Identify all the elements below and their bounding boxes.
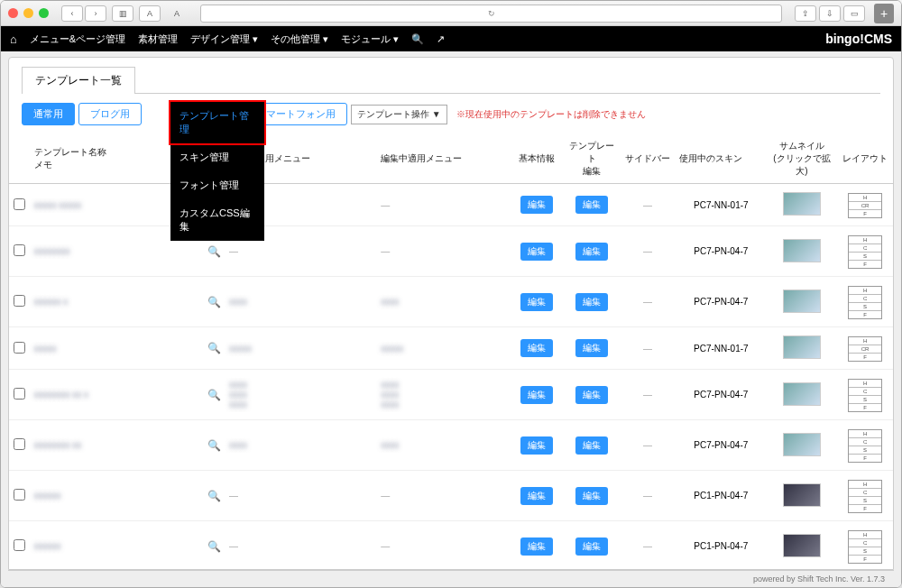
search-icon[interactable]: 🔍 [411,33,424,45]
menu-item-module[interactable]: モジュール ▾ [341,32,399,46]
tab-header: テンプレート一覧 [9,58,893,94]
zoom-icon[interactable] [39,8,49,18]
row-search-icon[interactable]: 🔍 [202,277,226,327]
template-edit[interactable]: 編集 [565,521,621,570]
menu-item-assets[interactable]: 素材管理 [138,32,178,46]
template-edit[interactable]: 編集 [565,277,621,327]
editing-menu: — [377,226,509,277]
skin-name: PC1-PN-04-7 [676,521,767,570]
sidebar-toggle-icon[interactable]: ▥ [112,5,133,22]
menu-item-other[interactable]: その他管理 ▾ [271,32,328,46]
skin-name: PC7-PN-04-7 [676,420,767,471]
basic-info-edit[interactable]: 編集 [509,521,565,570]
tab-template-list[interactable]: テンプレート一覧 [22,67,135,94]
table-wrap: テンプレート名称メモ公開中適用メニュー編集中適用メニュー基本情報テンプレート編集… [9,134,893,569]
layout-preview: HCRF [837,327,893,370]
basic-info-edit[interactable]: 編集 [509,226,565,277]
warning-text: ※現在使用中のテンプレートは削除できません [456,108,646,121]
download-icon[interactable]: ⇩ [819,5,841,22]
table-row: xxxxxxxx xx x🔍xxxxxxxxxxxxxxxxxxxxxxxx編集… [9,370,893,420]
new-tab-button[interactable]: + [874,4,894,23]
row-checkbox[interactable] [9,471,31,521]
dropdown-template-mgmt[interactable]: テンプレート管理 [169,100,266,145]
thumbnail[interactable] [767,327,837,370]
thumbnail[interactable] [767,471,837,521]
sidebar-cell: — [620,226,676,277]
row-search-icon[interactable]: 🔍 [202,471,226,521]
col-header: レイアウト [837,134,893,184]
pill-normal[interactable]: 通常用 [22,103,75,125]
row-search-icon[interactable]: 🔍 [202,420,226,471]
external-icon[interactable]: ↗ [437,33,445,45]
row-checkbox[interactable] [9,184,31,226]
forward-button[interactable]: › [85,5,106,22]
thumbnail[interactable] [767,521,837,570]
text-size-a[interactable]: A [139,5,161,22]
top-menu: ⌂ メニュー&ページ管理 素材管理 デザイン管理 ▾ その他管理 ▾ モジュール… [1,26,901,51]
col-header: サムネイル(クリックで拡大) [767,134,837,184]
basic-info-edit[interactable]: 編集 [509,471,565,521]
app-window: ‹ › ▥ A A ↻ ⇪ ⇩ ▭ + ⌂ メニュー&ページ管理 素材管理 デザ… [0,0,902,588]
layout-preview: HCSF [837,471,893,521]
template-edit[interactable]: 編集 [565,327,621,370]
footer: powered by Shift Tech Inc. Ver. 1.7.3 [8,570,894,587]
row-checkbox[interactable] [9,370,31,420]
pill-blog[interactable]: ブログ用 [78,103,142,125]
row-checkbox[interactable] [9,327,31,370]
template-op-select[interactable]: テンプレート操作 ▼ [351,105,447,124]
row-search-icon[interactable]: 🔍 [202,521,226,570]
reload-icon[interactable]: ↻ [488,9,495,18]
thumbnail[interactable] [767,420,837,471]
close-icon[interactable] [8,8,18,18]
row-search-icon[interactable]: 🔍 [202,370,226,420]
table-row: xxxxxx x🔍xxxxxxxx編集編集—PC7-PN-04-7HCSF [9,277,893,327]
layout-preview: HCRF [837,184,893,226]
thumbnail[interactable] [767,370,837,420]
published-menu: xxxx [226,420,377,471]
share-icon[interactable]: ⇪ [795,5,816,22]
home-icon[interactable]: ⌂ [10,32,17,46]
basic-info-edit[interactable]: 編集 [509,420,565,471]
editing-menu: — [377,184,509,226]
dropdown-skin-mgmt[interactable]: スキン管理 [170,143,264,171]
basic-info-edit[interactable]: 編集 [509,184,565,226]
thumbnail[interactable] [767,277,837,327]
published-menu: — [226,471,377,521]
tabs-icon[interactable]: ▭ [843,5,865,22]
thumbnail[interactable] [767,226,837,277]
template-name: xxxxxx [31,471,203,521]
editing-menu: xxxx [377,420,509,471]
row-search-icon[interactable]: 🔍 [202,327,226,370]
thumbnail[interactable] [767,184,837,226]
row-checkbox[interactable] [9,420,31,471]
row-checkbox[interactable] [9,226,31,277]
row-checkbox[interactable] [9,277,31,327]
back-button[interactable]: ‹ [61,5,83,22]
template-name: xxxxxx x [31,277,203,327]
basic-info-edit[interactable]: 編集 [509,327,565,370]
dropdown-font-mgmt[interactable]: フォント管理 [170,171,264,199]
dropdown-custom-css[interactable]: カスタムCSS編集 [170,199,264,241]
template-edit[interactable]: 編集 [565,420,621,471]
skin-name: PC7-PN-04-7 [676,226,767,277]
template-edit[interactable]: 編集 [565,184,621,226]
published-menu: xxxxxxxxxxxx [226,370,377,420]
minimize-icon[interactable] [23,8,33,18]
template-edit[interactable]: 編集 [565,471,621,521]
col-header: 使用中のスキン [676,134,767,184]
published-menu: — [226,521,377,570]
template-edit[interactable]: 編集 [565,370,621,420]
menu-item-design[interactable]: デザイン管理 ▾ [190,32,258,46]
basic-info-edit[interactable]: 編集 [509,277,565,327]
url-bar[interactable]: ↻ [200,5,782,23]
text-size-a2[interactable]: A [166,5,188,22]
tab-card: テンプレート一覧 通常用 ブログ用 スマートフォン用 テンプレート操作 ▼ ※現… [8,57,894,570]
table-row: xxxxxx🔍——編集編集—PC1-PN-04-7HCSF [9,471,893,521]
table-row: xxxxxxxx xx🔍xxxxxxxx編集編集—PC7-PN-04-7HCSF [9,420,893,471]
menu-item-pages[interactable]: メニュー&ページ管理 [30,32,125,46]
basic-info-edit[interactable]: 編集 [509,370,565,420]
template-edit[interactable]: 編集 [565,226,621,277]
sidebar-cell: — [620,327,676,370]
skin-name: PC7-NN-01-7 [676,184,767,226]
row-checkbox[interactable] [9,521,31,570]
